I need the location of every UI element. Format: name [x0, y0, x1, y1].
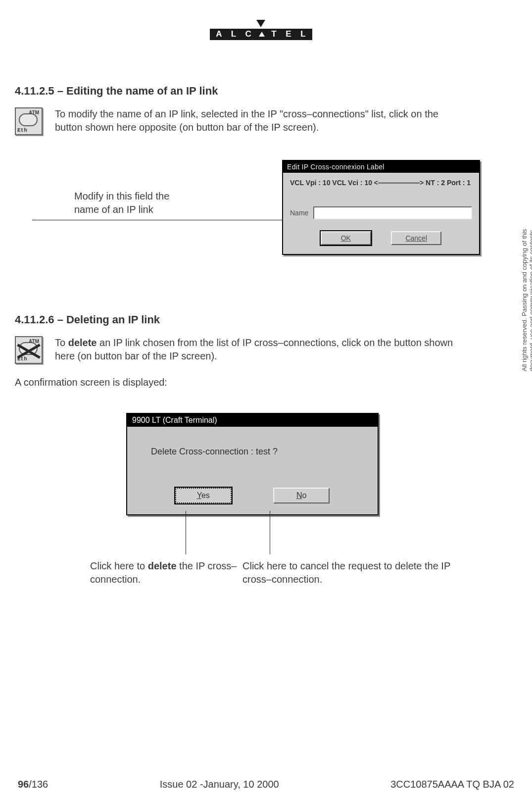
section-heading-delete: 4.11.2.6 – Deleting an IP link	[15, 313, 507, 326]
figure-edit-dialog: Modify in this field the name of an IP l…	[15, 160, 507, 274]
confirm-intro-text: A confirmation screen is displayed:	[15, 377, 507, 388]
callout-line	[32, 219, 304, 220]
confirm-dialog-title: 9900 LT (Craft Terminal)	[127, 414, 378, 427]
delete-ip-link-icon: ATM Eth	[15, 336, 43, 364]
brand-logo: A L C T E L	[15, 20, 507, 40]
triangle-up-icon	[259, 32, 265, 37]
callout-delete: Click here to delete the IP cross–connec…	[90, 559, 239, 586]
no-button[interactable]: No	[273, 488, 330, 503]
vcl-info-text: VCL Vpi : 10 VCL Vci : 10 <——————> NT : …	[283, 173, 479, 190]
page-number: 96/136	[18, 779, 48, 790]
confirm-message: Delete Cross-connection : test ?	[127, 427, 378, 462]
edit-ip-link-icon: ATM Eth	[15, 107, 43, 135]
dialog-titlebar: Edit IP Cross-connexion Label	[283, 161, 479, 173]
figure-confirm-dialog: 9900 LT (Craft Terminal) Delete Cross-co…	[15, 413, 507, 591]
yes-button[interactable]: Yes	[175, 488, 232, 503]
callout-cancel: Click here to cancel the request to dele…	[242, 559, 450, 586]
callout-line-yes	[186, 511, 186, 554]
name-field-label: Name	[290, 209, 308, 217]
cancel-button[interactable]: Cancel	[391, 231, 441, 245]
confirm-dialog: 9900 LT (Craft Terminal) Delete Cross-co…	[126, 413, 379, 515]
page-footer: 96/136 Issue 02 -January, 10 2000 3CC108…	[0, 779, 532, 790]
callout-line-no	[270, 511, 270, 554]
edit-label-dialog: Edit IP Cross-connexion Label VCL Vpi : …	[282, 160, 480, 255]
ok-button[interactable]: OK	[321, 231, 371, 245]
name-input[interactable]	[313, 206, 472, 219]
section2-body: To delete an IP link chosen from the lis…	[55, 336, 461, 363]
triangle-down-icon	[256, 20, 265, 27]
section-heading-edit: 4.11.2.5 – Editing the name of an IP lin…	[15, 85, 507, 98]
callout-modify-field: Modify in this field the name of an IP l…	[74, 190, 169, 216]
issue-text: Issue 02 -January, 10 2000	[160, 779, 279, 790]
rights-notice: All rights reserved. Passing on and copy…	[521, 208, 532, 371]
section1-body: To modify the name of an IP link, select…	[55, 107, 461, 134]
doc-ref: 3CC10875AAAA TQ BJA 02	[390, 779, 514, 790]
